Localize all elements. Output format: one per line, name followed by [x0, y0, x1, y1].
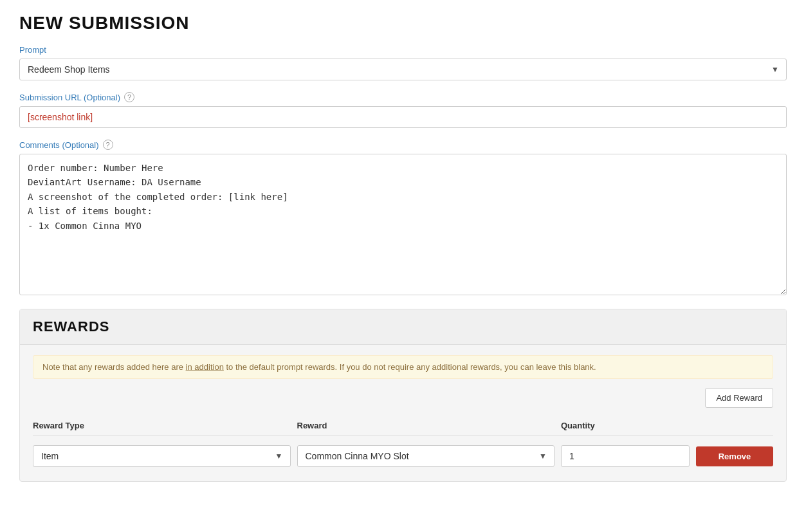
rewards-note-underline: in addition: [186, 362, 224, 372]
rewards-section: REWARDS Note that any rewards added here…: [19, 309, 787, 482]
col-header-reward: Reward: [297, 421, 555, 430]
rewards-note: Note that any rewards added here are in …: [33, 355, 773, 379]
table-row: Item ▼ Common Cinna MYO Slot ▼ Remove: [33, 441, 773, 471]
col-header-reward-type: Reward Type: [33, 421, 291, 430]
submission-url-input[interactable]: [19, 106, 787, 128]
rewards-heading: REWARDS: [33, 318, 773, 335]
page-title: NEW SUBMISSION: [19, 13, 787, 33]
add-reward-row: Add Reward: [33, 388, 773, 408]
col-header-action: [696, 421, 773, 430]
submission-url-field: Submission URL (Optional) ?: [19, 92, 787, 128]
prompt-select-wrapper: Redeem Shop Items ▼: [19, 59, 787, 80]
prompt-label: Prompt: [19, 45, 787, 55]
rewards-body: Note that any rewards added here are in …: [20, 345, 786, 481]
comments-field: Comments (Optional) ? Order number: Numb…: [19, 140, 787, 297]
prompt-field: Prompt Redeem Shop Items ▼: [19, 45, 787, 80]
reward-select-wrapper: Common Cinna MYO Slot ▼: [297, 445, 555, 467]
col-header-quantity: Quantity: [561, 421, 690, 430]
comments-label: Comments (Optional) ?: [19, 140, 787, 150]
comments-help-icon[interactable]: ?: [103, 140, 113, 150]
add-reward-button[interactable]: Add Reward: [705, 388, 773, 408]
rewards-header: REWARDS: [20, 309, 786, 345]
reward-type-select-wrapper: Item ▼: [33, 445, 291, 467]
reward-table-header: Reward Type Reward Quantity: [33, 416, 773, 436]
reward-quantity-input[interactable]: [561, 445, 690, 467]
reward-select[interactable]: Common Cinna MYO Slot: [297, 445, 555, 467]
prompt-select[interactable]: Redeem Shop Items: [19, 59, 787, 80]
submission-url-help-icon[interactable]: ?: [124, 92, 134, 102]
submission-url-label: Submission URL (Optional) ?: [19, 92, 787, 102]
reward-type-select[interactable]: Item: [33, 445, 291, 467]
comments-textarea[interactable]: Order number: Number Here DeviantArt Use…: [19, 154, 787, 295]
remove-reward-button[interactable]: Remove: [696, 446, 773, 466]
